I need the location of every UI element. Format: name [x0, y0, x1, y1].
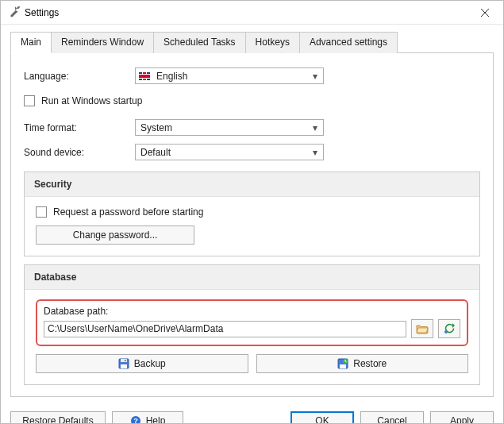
- tab-advanced-settings[interactable]: Advanced settings: [299, 32, 398, 53]
- ok-button[interactable]: OK: [290, 411, 354, 424]
- cancel-button[interactable]: Cancel: [360, 411, 424, 424]
- restore-label: Restore: [353, 358, 387, 369]
- svg-text:?: ?: [133, 417, 138, 424]
- help-label: Help: [146, 415, 166, 424]
- restore-defaults-label: Restore Defaults: [22, 415, 93, 424]
- run-at-startup-label: Run at Windows startup: [41, 95, 142, 106]
- help-icon: ?: [130, 415, 141, 424]
- security-legend: Security: [25, 172, 479, 197]
- time-format-combo[interactable]: System ▾: [135, 119, 324, 136]
- tab-label: Reminders Window: [61, 37, 144, 48]
- checkbox-box: [36, 206, 47, 218]
- sound-device-value: Default: [139, 147, 310, 158]
- request-password-checkbox[interactable]: Request a password before starting: [36, 206, 468, 218]
- checkbox-box: [24, 95, 35, 106]
- run-at-startup-checkbox[interactable]: Run at Windows startup: [24, 95, 480, 106]
- change-password-button[interactable]: Change password...: [36, 225, 194, 245]
- save-disk-icon: [118, 358, 129, 369]
- backup-button[interactable]: Backup: [36, 354, 248, 373]
- dialog-content: Main Reminders Window Scheduled Tasks Ho…: [1, 25, 503, 405]
- refresh-sync-icon: [443, 322, 456, 335]
- database-path-label: Database path:: [44, 306, 460, 317]
- language-combo[interactable]: English ▾: [135, 67, 324, 84]
- folder-open-icon: [416, 323, 429, 334]
- restore-disk-icon: [337, 358, 348, 369]
- chevron-down-icon: ▾: [310, 122, 320, 133]
- chevron-down-icon: ▾: [310, 147, 320, 158]
- database-body: Database path:: [25, 290, 479, 384]
- database-path-row: [44, 319, 460, 338]
- apply-button[interactable]: Apply: [430, 411, 494, 424]
- tab-label: Scheduled Tasks: [164, 37, 236, 48]
- request-password-label: Request a password before starting: [53, 206, 203, 218]
- sync-path-button[interactable]: [438, 319, 460, 338]
- svg-rect-2: [121, 359, 127, 362]
- svg-rect-4: [125, 360, 126, 361]
- flag-uk-icon: [139, 72, 150, 80]
- tab-label: Hotkeys: [256, 37, 290, 48]
- language-value: English: [155, 71, 310, 82]
- svg-point-0: [444, 330, 448, 333]
- sound-device-combo[interactable]: Default ▾: [135, 144, 324, 160]
- ok-label: OK: [315, 415, 329, 424]
- database-path-input[interactable]: [44, 321, 406, 337]
- row-language: Language: English ▾: [24, 67, 480, 84]
- apply-label: Apply: [450, 415, 474, 424]
- security-group: Security Request a password before start…: [24, 172, 480, 256]
- row-sound-device: Sound device: Default ▾: [24, 144, 480, 160]
- close-icon: [481, 9, 489, 17]
- sound-device-label: Sound device:: [24, 147, 135, 158]
- database-group: Database Database path:: [24, 264, 480, 385]
- restore-defaults-button[interactable]: Restore Defaults: [10, 411, 106, 424]
- language-label: Language:: [24, 71, 135, 82]
- restore-button[interactable]: Restore: [256, 354, 469, 373]
- svg-rect-3: [121, 364, 127, 368]
- browse-folder-button[interactable]: [411, 319, 433, 338]
- row-time-format: Time format: System ▾: [24, 119, 480, 136]
- window-title: Settings: [25, 7, 467, 18]
- time-format-value: System: [139, 122, 310, 133]
- title-bar: Settings: [1, 1, 503, 25]
- wrench-icon: [7, 6, 20, 19]
- security-body: Request a password before starting Chang…: [25, 197, 479, 256]
- tab-main[interactable]: Main: [10, 32, 52, 53]
- database-buttons: Backup Restore: [36, 354, 468, 373]
- change-password-label: Change password...: [73, 229, 158, 241]
- svg-rect-6: [340, 364, 346, 368]
- tab-hotkeys[interactable]: Hotkeys: [245, 32, 300, 53]
- cancel-label: Cancel: [377, 415, 406, 424]
- tab-reminders-window[interactable]: Reminders Window: [51, 32, 154, 53]
- backup-label: Backup: [134, 358, 166, 369]
- dialog-footer: Restore Defaults ? Help OK Cancel Apply: [1, 405, 503, 424]
- tab-label: Advanced settings: [310, 37, 387, 48]
- tab-strip: Main Reminders Window Scheduled Tasks Ho…: [10, 31, 494, 53]
- close-button[interactable]: [467, 1, 503, 25]
- chevron-down-icon: ▾: [310, 71, 320, 82]
- time-format-label: Time format:: [24, 122, 135, 133]
- database-path-highlight: Database path:: [36, 299, 468, 346]
- tab-label: Main: [21, 37, 41, 48]
- help-button[interactable]: ? Help: [112, 411, 183, 424]
- tab-panel-main: Language: English ▾ Run at Windows start…: [10, 53, 494, 397]
- database-legend: Database: [25, 265, 479, 290]
- tab-scheduled-tasks[interactable]: Scheduled Tasks: [153, 32, 246, 53]
